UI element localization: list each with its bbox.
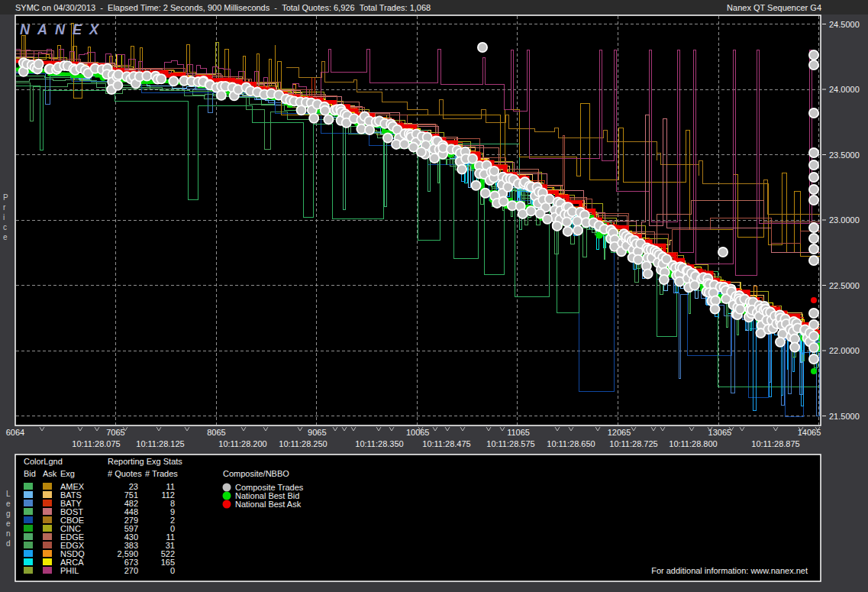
- svg-text:e: e: [3, 233, 8, 241]
- svg-text:22.0000: 22.0000: [829, 346, 860, 355]
- svg-text:Bid: Bid: [24, 469, 36, 478]
- svg-text:For additional information: ww: For additional information: www.nanex.ne…: [651, 566, 808, 575]
- svg-text:8065: 8065: [207, 428, 225, 437]
- svg-text:14065: 14065: [798, 428, 821, 437]
- svg-text:21.5000: 21.5000: [829, 412, 860, 421]
- svg-text:10:11:28.875: 10:11:28.875: [751, 439, 799, 448]
- svg-text:Reporting Exg Stats: Reporting Exg Stats: [108, 457, 182, 466]
- svg-text:# Trades: # Trades: [145, 469, 178, 478]
- svg-text:23.5000: 23.5000: [829, 150, 860, 160]
- svg-text:10:11:28.075: 10:11:28.075: [72, 439, 120, 448]
- svg-text:e: e: [6, 500, 11, 508]
- svg-text:Exg: Exg: [60, 469, 75, 478]
- svg-text:9065: 9065: [308, 428, 326, 437]
- svg-text:270: 270: [124, 566, 138, 575]
- svg-text:L: L: [6, 490, 11, 498]
- svg-text:10:11:28.475: 10:11:28.475: [422, 439, 470, 448]
- svg-text:10:11:28.350: 10:11:28.350: [355, 439, 403, 448]
- svg-text:10:11:28.250: 10:11:28.250: [279, 439, 327, 448]
- svg-text:Ask: Ask: [43, 469, 57, 478]
- svg-text:d: d: [6, 539, 11, 548]
- svg-text:10:11:28.575: 10:11:28.575: [486, 439, 534, 448]
- svg-text:P: P: [3, 193, 8, 202]
- svg-text:0: 0: [170, 566, 175, 575]
- svg-text:National Best Ask: National Best Ask: [235, 500, 302, 509]
- svg-text:Composite/NBBO: Composite/NBBO: [223, 469, 289, 478]
- svg-text:e: e: [6, 519, 11, 528]
- svg-text:24.0000: 24.0000: [829, 85, 860, 94]
- svg-text:c: c: [3, 223, 7, 231]
- svg-text:11065: 11065: [507, 428, 530, 437]
- svg-text:10:11:28.725: 10:11:28.725: [609, 439, 657, 448]
- svg-text:10:11:28.800: 10:11:28.800: [669, 439, 717, 448]
- svg-text:7065: 7065: [106, 428, 124, 437]
- svg-text:23.0000: 23.0000: [829, 215, 860, 225]
- svg-text:6064: 6064: [6, 428, 24, 437]
- svg-text:10065: 10065: [406, 428, 430, 437]
- svg-text:ColorLgnd: ColorLgnd: [24, 457, 63, 466]
- svg-text:PHIL: PHIL: [60, 566, 79, 575]
- svg-text:10:11:28.650: 10:11:28.650: [547, 439, 595, 448]
- svg-text:10:11:28.200: 10:11:28.200: [218, 439, 266, 448]
- svg-text:Nanex QT Sequencer G4: Nanex QT Sequencer G4: [727, 3, 821, 12]
- svg-text:n: n: [6, 529, 11, 538]
- svg-text:g: g: [6, 510, 11, 518]
- svg-text:22.5000: 22.5000: [829, 281, 860, 290]
- svg-text:# Quotes: # Quotes: [108, 469, 142, 478]
- svg-text:10:11:28.125: 10:11:28.125: [136, 439, 184, 448]
- svg-text:12065: 12065: [608, 428, 631, 437]
- svg-text:NANEX: NANEX: [20, 22, 106, 37]
- svg-text:24.5000: 24.5000: [829, 20, 860, 29]
- svg-text:13065: 13065: [708, 428, 732, 437]
- svg-text:SYMC on 04/30/2013 - Elapsed: SYMC on 04/30/2013 - Elapsed Time: 2 Sec…: [15, 3, 431, 12]
- svg-text:i: i: [3, 213, 5, 222]
